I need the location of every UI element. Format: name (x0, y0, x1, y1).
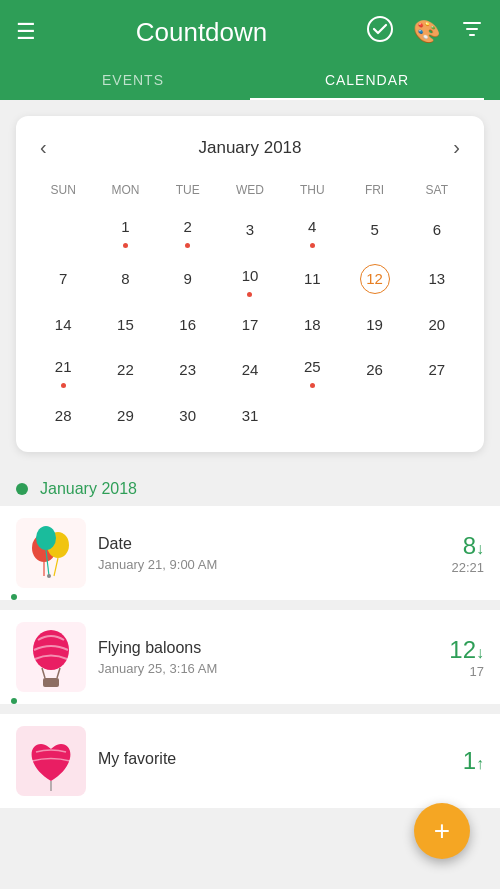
weekday-mon: MON (94, 179, 156, 205)
menu-button[interactable]: ☰ (16, 19, 36, 45)
calendar-day[interactable]: 7 (32, 254, 94, 303)
calendar-day[interactable]: 10 (219, 254, 281, 303)
add-event-fab[interactable]: + (414, 803, 470, 859)
svg-line-13 (57, 668, 60, 678)
event-name-date: Date (98, 535, 439, 553)
weekday-sun: SUN (32, 179, 94, 205)
svg-rect-3 (469, 34, 475, 36)
weekday-wed: WED (219, 179, 281, 205)
header-top: ☰ Countdown 🎨 (16, 16, 484, 60)
svg-rect-1 (463, 22, 481, 24)
calendar-day[interactable]: 2 (157, 205, 219, 254)
calendar-grid: SUN MON TUE WED THU FRI SAT 123456789101… (32, 179, 468, 436)
calendar-day[interactable]: 19 (343, 303, 405, 345)
calendar-day[interactable]: 8 (94, 254, 156, 303)
event-date-flying: January 25, 3:16 AM (98, 661, 437, 676)
check-button[interactable] (367, 16, 393, 48)
calendar-day[interactable]: 26 (343, 345, 405, 394)
calendar-day[interactable]: 14 (32, 303, 94, 345)
month-label: January 2018 (0, 468, 500, 506)
tab-calendar[interactable]: CALENDAR (250, 60, 484, 100)
next-month-button[interactable]: › (445, 132, 468, 163)
event-dot-date (11, 594, 17, 600)
event-content-date: Date January 21, 9:00 AM (86, 535, 451, 572)
tabs: EVENTS CALENDAR (16, 60, 484, 100)
header: ☰ Countdown 🎨 (0, 0, 500, 100)
divider-1 (0, 602, 500, 610)
filter-button[interactable] (460, 17, 484, 47)
calendar-day (406, 394, 468, 436)
calendar-day[interactable]: 27 (406, 345, 468, 394)
weekday-fri: FRI (343, 179, 405, 205)
calendar-month-year: January 2018 (198, 138, 301, 158)
calendar-day[interactable]: 20 (406, 303, 468, 345)
event-item-favorite[interactable]: My favorite 1↑ (0, 714, 500, 808)
svg-rect-2 (466, 28, 478, 30)
svg-line-12 (42, 668, 45, 678)
svg-rect-14 (43, 678, 59, 687)
app-title: Countdown (136, 17, 268, 48)
svg-point-10 (47, 574, 51, 578)
calendar-day[interactable]: 24 (219, 345, 281, 394)
divider-2 (0, 706, 500, 714)
event-name-flying: Flying baloons (98, 639, 437, 657)
calendar-day[interactable]: 5 (343, 205, 405, 254)
palette-button[interactable]: 🎨 (413, 19, 440, 45)
calendar-day (343, 394, 405, 436)
event-name-favorite: My favorite (98, 750, 451, 768)
svg-point-0 (368, 17, 392, 41)
event-item-flying[interactable]: Flying baloons January 25, 3:16 AM 12↓ 1… (0, 610, 500, 704)
add-icon: + (434, 815, 450, 847)
header-actions: 🎨 (367, 16, 484, 48)
calendar-day (32, 205, 94, 254)
event-thumb-favorite (16, 726, 86, 796)
calendar-day[interactable]: 21 (32, 345, 94, 394)
calendar-day[interactable]: 6 (406, 205, 468, 254)
event-count-date: 8↓ 22:21 (451, 532, 484, 575)
calendar-day[interactable]: 25 (281, 345, 343, 394)
count-num-date: 8↓ (463, 532, 484, 560)
calendar-day[interactable]: 12 (343, 254, 405, 303)
month-year-label: January 2018 (40, 480, 137, 498)
tab-events[interactable]: EVENTS (16, 60, 250, 100)
calendar-day[interactable]: 4 (281, 205, 343, 254)
count-num-favorite: 1↑ (463, 747, 484, 775)
event-dot-flying (11, 698, 17, 704)
prev-month-button[interactable]: ‹ (32, 132, 55, 163)
menu-icon: ☰ (16, 19, 36, 45)
event-thumb-date (16, 518, 86, 588)
calendar-header: ‹ January 2018 › (32, 132, 468, 163)
calendar-day[interactable]: 30 (157, 394, 219, 436)
calendar-day (281, 394, 343, 436)
svg-point-8 (36, 526, 56, 550)
weekday-tue: TUE (157, 179, 219, 205)
calendar-day[interactable]: 31 (219, 394, 281, 436)
calendar-day[interactable]: 22 (94, 345, 156, 394)
weekday-thu: THU (281, 179, 343, 205)
event-date-date: January 21, 9:00 AM (98, 557, 439, 572)
calendar-day[interactable]: 16 (157, 303, 219, 345)
calendar-day[interactable]: 13 (406, 254, 468, 303)
calendar-day[interactable]: 9 (157, 254, 219, 303)
event-thumb-flying (16, 622, 86, 692)
count-num-flying: 12↓ (449, 636, 484, 664)
calendar-day[interactable]: 11 (281, 254, 343, 303)
filter-icon (460, 17, 484, 47)
calendar-day[interactable]: 29 (94, 394, 156, 436)
calendar-card: ‹ January 2018 › SUN MON TUE WED THU FRI… (16, 116, 484, 452)
event-item-date[interactable]: Date January 21, 9:00 AM 8↓ 22:21 (0, 506, 500, 600)
count-time-date: 22:21 (451, 560, 484, 575)
event-count-favorite: 1↑ (463, 747, 484, 775)
timeline-dot (16, 483, 28, 495)
calendar-day[interactable]: 15 (94, 303, 156, 345)
calendar-day[interactable]: 18 (281, 303, 343, 345)
calendar-day[interactable]: 1 (94, 205, 156, 254)
count-time-flying: 17 (470, 664, 484, 679)
calendar-day[interactable]: 28 (32, 394, 94, 436)
check-icon (367, 16, 393, 48)
calendar-day[interactable]: 17 (219, 303, 281, 345)
calendar-day[interactable]: 23 (157, 345, 219, 394)
event-content-flying: Flying baloons January 25, 3:16 AM (86, 639, 449, 676)
calendar-day[interactable]: 3 (219, 205, 281, 254)
palette-icon: 🎨 (413, 19, 440, 45)
